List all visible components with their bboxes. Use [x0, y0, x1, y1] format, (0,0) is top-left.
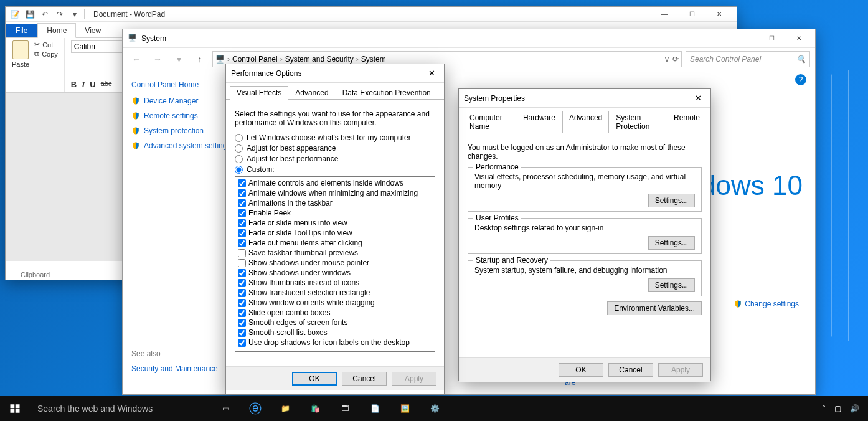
perf-radio-option-3[interactable]: Custom: [235, 165, 435, 174]
sysprop-tab-advanced[interactable]: Advanced [562, 111, 609, 133]
perf-ok-button[interactable]: OK [292, 372, 337, 386]
checkbox-input[interactable] [238, 329, 246, 337]
system-maximize-button[interactable]: ☐ [758, 30, 785, 47]
taskbar-app-icon-4[interactable]: ⚙️ [420, 396, 450, 421]
perf-tab-visual effects[interactable]: Visual Effects [230, 86, 288, 100]
tray-action-center-icon[interactable]: ▢ [834, 404, 841, 413]
checkbox-input[interactable] [238, 179, 246, 187]
radio-input[interactable] [235, 134, 243, 142]
save-icon[interactable]: 💾 [24, 9, 35, 20]
perf-apply-button[interactable]: Apply [392, 372, 436, 386]
breadcrumb-item[interactable]: Control Panel [232, 55, 278, 64]
visual-effect-check-1[interactable]: Animate windows when minimizing and maxi… [238, 188, 432, 198]
visual-effect-check-12[interactable]: Show window contents while dragging [238, 298, 432, 308]
checkbox-input[interactable] [238, 229, 246, 237]
change-settings-link[interactable]: Change settings [734, 300, 799, 308]
checkbox-input[interactable] [238, 269, 246, 277]
radio-input[interactable] [235, 144, 243, 153]
perf-radio-option-2[interactable]: Adjust for best performance [235, 154, 435, 163]
visual-effect-check-10[interactable]: Show thumbnails instead of icons [238, 278, 432, 288]
tray-volume-icon[interactable]: 🔊 [850, 404, 859, 413]
taskbar-store-icon[interactable]: 🛍️ [300, 396, 330, 421]
task-view-button[interactable]: ▭ [210, 396, 240, 421]
checkbox-input[interactable] [238, 309, 246, 317]
environment-variables-button[interactable]: Environment Variables... [607, 301, 702, 315]
undo-icon[interactable]: ↶ [39, 9, 50, 20]
nav-recent-dropdown[interactable]: ▾ [170, 50, 187, 68]
breadcrumb-item[interactable]: System [361, 55, 386, 64]
performance-options-close-button[interactable]: ✕ [424, 66, 439, 81]
visual-effect-check-15[interactable]: Smooth-scroll list boxes [238, 328, 432, 338]
help-icon[interactable]: ? [795, 74, 806, 85]
sysprop-tab-system protection[interactable]: System Protection [609, 111, 667, 133]
checkbox-input[interactable] [238, 239, 246, 247]
sysprop-cancel-button[interactable]: Cancel [608, 363, 653, 377]
taskbar-app-icon-2[interactable]: 📄 [360, 396, 390, 421]
breadcrumb-item[interactable]: System and Security [285, 55, 354, 64]
visual-effect-check-7[interactable]: Save taskbar thumbnail previews [238, 248, 432, 258]
visual-effect-check-8[interactable]: Show shadows under mouse pointer [238, 258, 432, 268]
checkbox-input[interactable] [238, 249, 246, 257]
taskbar-search-box[interactable]: Search the web and Windows [30, 396, 210, 421]
checkbox-input[interactable] [238, 289, 246, 297]
wordpad-file-tab[interactable]: File [6, 24, 37, 37]
nav-forward-button[interactable]: → [149, 50, 166, 68]
redo-icon[interactable]: ↷ [54, 9, 65, 20]
checkbox-input[interactable] [238, 279, 246, 287]
checkbox-input[interactable] [238, 339, 246, 347]
checkbox-input[interactable] [238, 319, 246, 327]
system-minimize-button[interactable]: — [730, 30, 758, 47]
checkbox-input[interactable] [238, 209, 246, 217]
visual-effect-check-14[interactable]: Smooth edges of screen fonts [238, 318, 432, 328]
italic-button[interactable]: I [82, 80, 85, 90]
visual-effect-check-5[interactable]: Fade or slide ToolTips into view [238, 228, 432, 238]
refresh-icon[interactable]: ⟳ [672, 55, 679, 64]
performance-settings-button[interactable]: Settings... [648, 194, 695, 207]
sysprop-apply-button[interactable]: Apply [658, 363, 703, 377]
qat-dropdown-icon[interactable]: ▾ [69, 9, 80, 20]
sidebar-link-0[interactable]: Device Manager [131, 97, 232, 105]
visual-effects-checklist[interactable]: Animate controls and elements inside win… [235, 176, 435, 352]
control-panel-home-link[interactable]: Control Panel Home [131, 80, 232, 89]
wordpad-view-tab[interactable]: View [76, 24, 110, 37]
nav-up-button[interactable]: ↑ [191, 50, 209, 68]
breadcrumb-dropdown-icon[interactable]: v [665, 55, 669, 64]
tray-chevron-up-icon[interactable]: ˄ [822, 404, 826, 413]
sysprop-tab-hardware[interactable]: Hardware [516, 111, 562, 133]
sidebar-link-2[interactable]: System protection [131, 126, 232, 135]
visual-effect-check-9[interactable]: Show shadows under windows [238, 268, 432, 278]
visual-effect-check-11[interactable]: Show translucent selection rectangle [238, 288, 432, 298]
visual-effect-check-16[interactable]: Use drop shadows for icon labels on the … [238, 338, 432, 348]
sysprop-tab-computer name[interactable]: Computer Name [463, 111, 516, 133]
checkbox-input[interactable] [238, 299, 246, 307]
taskbar-app-icon-1[interactable]: 🗔 [330, 396, 360, 421]
visual-effect-check-2[interactable]: Animations in the taskbar [238, 198, 432, 208]
visual-effect-check-13[interactable]: Slide open combo boxes [238, 308, 432, 318]
system-close-button[interactable]: ✕ [785, 30, 813, 47]
perf-tab-data execution prevention[interactable]: Data Execution Prevention [336, 86, 438, 100]
taskbar-app-icon-3[interactable]: 🖼️ [390, 396, 420, 421]
wordpad-minimize-button[interactable]: — [651, 6, 678, 23]
wordpad-close-button[interactable]: ✕ [705, 6, 733, 23]
taskbar-file-explorer-icon[interactable]: 📁 [270, 396, 300, 421]
copy-button[interactable]: Copy [34, 50, 58, 58]
visual-effect-check-6[interactable]: Fade out menu items after clicking [238, 238, 432, 248]
wordpad-maximize-button[interactable]: ☐ [678, 6, 705, 23]
wordpad-home-tab[interactable]: Home [37, 23, 76, 38]
taskbar-edge-icon[interactable]: ⓔ [240, 396, 270, 421]
underline-button[interactable]: U [90, 80, 95, 90]
perf-cancel-button[interactable]: Cancel [342, 372, 387, 386]
checkbox-input[interactable] [238, 189, 246, 197]
perf-tab-advanced[interactable]: Advanced [288, 86, 335, 100]
checkbox-input[interactable] [238, 199, 246, 207]
control-panel-search[interactable]: Search Control Panel 🔍 [686, 51, 810, 67]
system-properties-close-button[interactable]: ✕ [691, 91, 705, 106]
sysprop-ok-button[interactable]: OK [559, 363, 603, 377]
visual-effect-check-4[interactable]: Fade or slide menus into view [238, 218, 432, 228]
visual-effect-check-0[interactable]: Animate controls and elements inside win… [238, 178, 432, 188]
checkbox-input[interactable] [238, 219, 246, 227]
sysprop-tab-remote[interactable]: Remote [667, 111, 707, 133]
paste-button[interactable]: Paste [12, 40, 29, 68]
strikethrough-button[interactable]: abc [101, 80, 112, 90]
perf-radio-option-1[interactable]: Adjust for best appearance [235, 144, 435, 153]
